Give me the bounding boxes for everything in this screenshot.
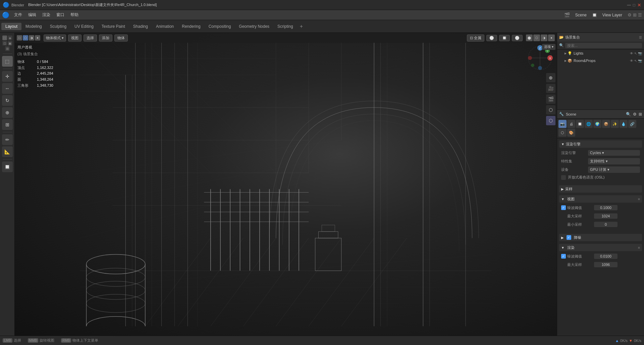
tab-animation[interactable]: Animation	[152, 23, 178, 30]
eye-icon2[interactable]: 👁	[630, 59, 633, 63]
shading-icon3[interactable]: ◑	[541, 34, 547, 41]
prop-icon-world[interactable]: 🌍	[593, 120, 601, 128]
prop-icon-material[interactable]: 🎨	[567, 129, 575, 137]
noise-value[interactable]: 0.1000	[594, 205, 618, 210]
properties-expand-icon[interactable]: ⊞	[639, 112, 642, 117]
viewport-mode-solid[interactable]: □	[17, 35, 22, 41]
viewport-section-header[interactable]: ▼ 视图 ≡	[559, 195, 642, 203]
tab-sculpting[interactable]: Sculpting	[46, 23, 70, 30]
tab-uv-editing[interactable]: UV Editing	[70, 23, 98, 30]
viewport-mode-material[interactable]: ◑	[29, 35, 34, 41]
tab-texture-paint[interactable]: Texture Paint	[98, 23, 129, 30]
shading-icon4[interactable]: ●	[548, 34, 555, 41]
xray-button[interactable]: ⬡	[546, 116, 555, 125]
search-input[interactable]	[565, 43, 642, 48]
expand-icon[interactable]: ⊞	[633, 12, 637, 17]
denoising-header[interactable]: ▶ ✓ 降噪	[559, 234, 642, 241]
viewport-mode-wire[interactable]: ⬡	[23, 35, 28, 41]
render-icon2[interactable]: 📷	[638, 59, 642, 63]
tab-add[interactable]: +	[297, 22, 306, 31]
render-section-menu[interactable]: ≡	[638, 246, 640, 250]
proportional-edit[interactable]: ⚪	[512, 35, 523, 41]
noise-check[interactable]: ✓	[561, 205, 566, 210]
render-noise-check[interactable]: ✓	[561, 254, 566, 259]
outliner-item-lights[interactable]: ▶ 💡 Lights 👁 ↖ 📷	[557, 50, 644, 57]
render-engine-header[interactable]: ▼ 渲染引擎	[559, 140, 642, 148]
render-noise-value[interactable]: 0.0100	[594, 254, 618, 259]
prop-icon-render[interactable]: 📷	[558, 120, 567, 128]
maximize-button[interactable]: □	[633, 3, 635, 7]
properties-filter-icon[interactable]: 🔍	[626, 112, 631, 117]
mode-icon2[interactable]: ◈	[8, 36, 12, 40]
menu-file[interactable]: 文件	[11, 11, 25, 19]
features-value[interactable]: 支持特性 ▾	[588, 158, 640, 164]
object-mode-select[interactable]: 物体模式 ▾	[44, 34, 66, 42]
tab-modeling[interactable]: Modeling	[21, 23, 46, 30]
snap-toggle[interactable]: 🔲	[499, 35, 510, 41]
move-tool[interactable]: ↔	[2, 83, 13, 94]
prop-icon-modifiers[interactable]: ⬡	[558, 129, 567, 137]
tab-layout[interactable]: Layout	[1, 23, 21, 30]
annotate-tool[interactable]: ✏	[2, 134, 13, 145]
add-tool[interactable]: 🔲	[2, 161, 13, 172]
denoising-check[interactable]: ✓	[567, 235, 571, 240]
prop-icon-particles[interactable]: ✨	[611, 120, 619, 128]
prop-icon-physics[interactable]: 💧	[620, 120, 628, 128]
outliner-filter-icon[interactable]: ☰	[639, 36, 642, 39]
prop-icon-constraints[interactable]: 🔗	[628, 120, 636, 128]
tab-scripting[interactable]: Scripting	[273, 23, 297, 30]
mode-icon3[interactable]: ⊡	[2, 41, 7, 46]
cursor-icon[interactable]: ↖	[634, 52, 637, 55]
menu-edit[interactable]: 编辑	[25, 11, 39, 19]
menu-render[interactable]: 渲染	[40, 11, 53, 19]
outliner-item-roomprops[interactable]: ▶ 📦 Room&Props 👁 ↖ 📷	[557, 57, 644, 64]
prop-icon-scene[interactable]: 🌐	[585, 120, 593, 128]
object-menu[interactable]: 物体	[114, 34, 128, 42]
settings-icon[interactable]: ⚙	[628, 12, 632, 17]
prop-icon-object[interactable]: 📦	[602, 120, 610, 128]
viewport[interactable]: □ ⬡ ◑ ● 物体模式 ▾ 视图 选择 添加 物体 ⊡ 全属 ⚪ 🔲 ⚪ ⬤ …	[15, 33, 557, 336]
close-button[interactable]: ✕	[637, 2, 641, 8]
viewport-mode-render[interactable]: ●	[35, 35, 40, 41]
tab-compositing[interactable]: Compositing	[205, 23, 235, 30]
pivot-select[interactable]: ⊡ 全属	[467, 34, 484, 42]
mode-icon[interactable]: □	[2, 36, 7, 40]
render-button[interactable]: 🎬	[546, 94, 555, 104]
shading-icon1[interactable]: ⬤	[526, 34, 533, 41]
engine-value[interactable]: Cycles ▾	[588, 150, 640, 156]
cursor-tool[interactable]: ✛	[2, 71, 13, 82]
measure-tool[interactable]: 📐	[2, 146, 13, 157]
mode-icon4[interactable]: ▣	[8, 41, 12, 46]
cursor-icon2[interactable]: ↖	[634, 59, 637, 63]
tab-shading[interactable]: Shading	[129, 23, 152, 30]
max-samples-value[interactable]: 1024	[594, 213, 618, 219]
eye-icon[interactable]: 👁	[630, 52, 633, 55]
prop-icon-view-layer[interactable]: 🔲	[576, 120, 584, 128]
prop-icon-output[interactable]: 🖨	[567, 120, 575, 128]
transform-orientation[interactable]: ⚪	[486, 35, 497, 41]
zoom-fit-button[interactable]: ⊕	[546, 73, 555, 82]
min-samples-value[interactable]: 0	[594, 222, 618, 227]
view-menu[interactable]: 视图	[68, 34, 82, 42]
scene-label[interactable]: Scene	[573, 12, 589, 18]
menu-window[interactable]: 窗口	[54, 11, 67, 19]
properties-settings-icon[interactable]: ⚙	[633, 112, 637, 117]
mode-icon5[interactable]: ⊞	[5, 46, 10, 51]
tab-geometry-nodes[interactable]: Geometry Nodes	[235, 23, 273, 30]
view-layer-label[interactable]: View Layer	[600, 12, 625, 18]
shading-button[interactable]: ⬡	[546, 105, 555, 115]
scale-tool[interactable]: ⊕	[2, 107, 13, 118]
camera-button[interactable]: 🎥	[546, 84, 555, 93]
menu-help[interactable]: 帮助	[68, 11, 81, 19]
render-max-samples-value[interactable]: 1096	[594, 262, 618, 267]
rotate-tool[interactable]: ↻	[2, 95, 13, 106]
filter-icon[interactable]: ☰	[638, 12, 642, 17]
select-tool[interactable]: ⬚	[2, 56, 13, 67]
render-icon[interactable]: 📷	[638, 52, 642, 55]
transform-tool[interactable]: ⊞	[2, 119, 13, 130]
minimize-button[interactable]: ─	[627, 2, 631, 8]
osl-checkbox[interactable]	[561, 175, 566, 180]
device-value[interactable]: GPU 计算 ▾	[588, 166, 640, 173]
sampling-header[interactable]: ▶ 采样	[559, 185, 642, 193]
select-menu[interactable]: 选择	[84, 34, 97, 42]
